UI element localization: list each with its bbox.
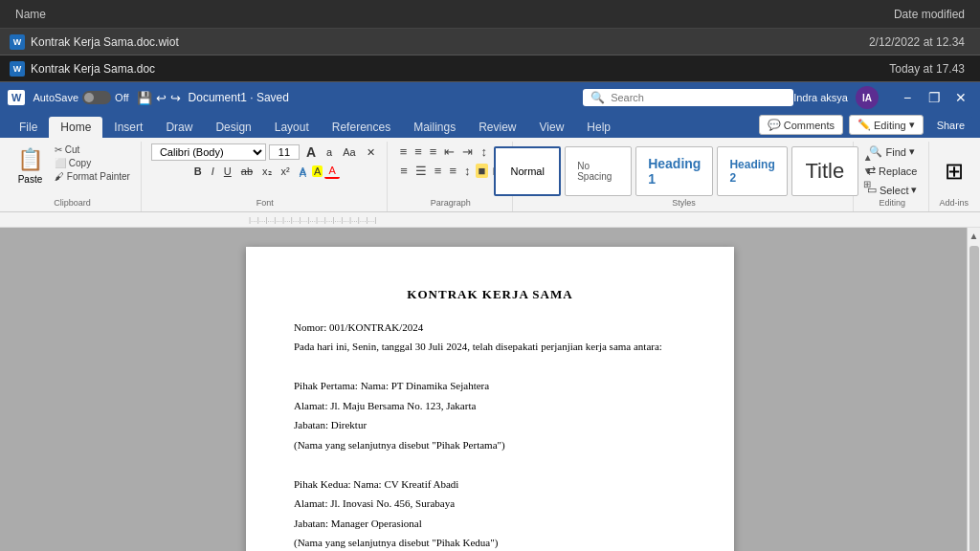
doc-line-0: Nomor: 001/KONTRAK/2024 (294, 320, 686, 336)
scroll-up-button[interactable]: ▲ (969, 228, 979, 244)
para-row2: ≡ ☰ ≡ ≡ ↕ ■ □ (397, 163, 503, 179)
copy-button[interactable]: ⬜ Copy (52, 157, 133, 169)
pencil-icon: ✏️ (858, 119, 871, 131)
doc-line-1: Pada hari ini, Senin, tanggal 30 Juli 20… (294, 339, 686, 355)
italic-button[interactable]: I (208, 165, 218, 178)
font-increase-button[interactable]: A (302, 143, 320, 161)
clipboard-label: Clipboard (54, 198, 91, 209)
shading-button[interactable]: ■ (476, 164, 489, 178)
multilevel-button[interactable]: ≡ (427, 143, 440, 160)
tab-mailings[interactable]: Mailings (402, 117, 467, 138)
tab-design[interactable]: Design (204, 117, 262, 138)
doc-line-4: Alamat: Jl. Maju Bersama No. 123, Jakart… (294, 398, 686, 414)
styles-group: Normal No Spacing Heading 1 Heading 2 Ti… (515, 142, 854, 211)
restore-button[interactable]: ❐ (923, 88, 946, 107)
font-case-button[interactable]: Aa (339, 145, 359, 159)
tab-home[interactable]: Home (49, 117, 102, 138)
vertical-scrollbar[interactable]: ▲ ▼ (967, 228, 980, 551)
tab-file[interactable]: File (8, 117, 49, 138)
strikethrough-button[interactable]: ab (237, 165, 256, 178)
font-decrease-button[interactable]: a (323, 145, 336, 159)
line-spacing-button[interactable]: ↕ (461, 163, 474, 179)
decrease-indent-button[interactable]: ⇤ (441, 143, 457, 160)
cut-button[interactable]: ✂ Cut (52, 143, 133, 156)
style-no-spacing[interactable]: No Spacing (565, 146, 632, 196)
search-input[interactable] (611, 92, 786, 103)
tab-review[interactable]: Review (467, 117, 527, 138)
close-button[interactable]: ✕ (949, 88, 972, 107)
font-group: Calibri (Body) A a Aa ✕ B I U ab x₂ x² A (144, 142, 388, 211)
date-column-header: Date modified (769, 8, 980, 21)
replace-button[interactable]: ⇄ Replace (863, 163, 921, 179)
style-heading1[interactable]: Heading 1 (635, 146, 713, 196)
undo-icon[interactable]: ↩ (156, 91, 167, 105)
clear-format-button[interactable]: ✕ (363, 145, 379, 160)
tab-references[interactable]: References (321, 117, 402, 138)
subscript-button[interactable]: x₂ (258, 165, 276, 179)
save-icon[interactable]: 💾 (137, 91, 152, 105)
text-effects-button[interactable]: A (296, 165, 310, 178)
align-right-button[interactable]: ≡ (432, 163, 445, 179)
autosave-area: AutoSave Off (33, 91, 128, 104)
scroll-thumb[interactable] (969, 246, 979, 551)
styles-content: Normal No Spacing Heading 1 Heading 2 Ti… (494, 143, 873, 198)
autosave-toggle[interactable] (82, 91, 111, 104)
font-label: Font (256, 198, 274, 209)
align-center-button[interactable]: ☰ (412, 163, 430, 179)
bullets-button[interactable]: ≡ (397, 143, 411, 160)
doc-line-9: Alamat: Jl. Inovasi No. 456, Surabaya (294, 496, 686, 512)
addins-button[interactable]: ⊞ (941, 154, 968, 188)
bold-button[interactable]: B (190, 165, 206, 178)
minimize-button[interactable]: − (896, 88, 919, 107)
font-content: Calibri (Body) A a Aa ✕ B I U ab x₂ x² A (151, 143, 379, 198)
search-bar[interactable]: 🔍 (583, 89, 793, 106)
word-icon-doc: W (10, 61, 25, 77)
editing-mode-button[interactable]: ✏️ Editing ▾ (849, 115, 924, 135)
file-row-doc[interactable]: W Kontrak Kerja Sama.doc Today at 17.43 (0, 55, 980, 82)
align-left-button[interactable]: ≡ (397, 163, 411, 179)
para-row1: ≡ ≡ ≡ ⇤ ⇥ ↕ ¶ (397, 143, 504, 160)
document-area[interactable]: KONTRAK KERJA SAMA Nomor: 001/KONTRAK/20… (0, 228, 980, 551)
chevron-down-icon: ▾ (909, 119, 915, 131)
find-button[interactable]: 🔍 Find ▾ (865, 143, 918, 160)
style-title[interactable]: Title (791, 146, 858, 196)
justify-button[interactable]: ≡ (446, 163, 459, 179)
find-icon: 🔍 (869, 145, 882, 158)
sort-button[interactable]: ↕ (478, 143, 490, 160)
editing-content: 🔍 Find ▾ ⇄ Replace ▭ Select ▾ (863, 143, 922, 198)
tab-insert[interactable]: Insert (102, 117, 154, 138)
comments-button[interactable]: 💬 Comments (759, 115, 843, 135)
style-heading2[interactable]: Heading 2 (717, 146, 787, 196)
tab-layout[interactable]: Layout (263, 117, 321, 138)
font-name-select[interactable]: Calibri (Body) (151, 143, 266, 161)
tab-draw[interactable]: Draw (154, 117, 204, 138)
font-color-button[interactable]: A (324, 164, 339, 179)
font-size-input[interactable] (269, 144, 300, 160)
word-application: W AutoSave Off 💾 ↩ ↪ Document1 · Saved 🔍… (0, 82, 980, 551)
name-column-header: Name (0, 8, 769, 21)
redo-icon[interactable]: ↪ (170, 91, 181, 105)
superscript-button[interactable]: x² (278, 165, 294, 178)
tab-help[interactable]: Help (575, 117, 622, 138)
format-painter-button[interactable]: 🖌 Format Painter (52, 170, 133, 183)
select-button[interactable]: ▭ Select ▾ (863, 182, 922, 198)
user-avatar[interactable]: IA (856, 86, 879, 109)
highlight-button[interactable]: A (312, 165, 323, 177)
underline-button[interactable]: U (220, 165, 235, 178)
autosave-label: AutoSave (33, 92, 78, 103)
user-name: Indra aksya (793, 92, 848, 103)
doc-line-8: Pihak Kedua: Nama: CV Kreatif Abadi (294, 476, 686, 493)
increase-indent-button[interactable]: ⇥ (459, 143, 476, 160)
paste-button[interactable]: 📋 Paste (11, 143, 49, 188)
doc-line-2 (294, 359, 686, 375)
share-button[interactable]: Share (929, 115, 972, 135)
addins-label: Add-ins (939, 198, 969, 209)
style-normal[interactable]: Normal (494, 146, 561, 196)
replace-icon: ⇄ (867, 165, 876, 177)
file-row-wiot[interactable]: W Kontrak Kerja Sama.doc.wiot 2/12/2022 … (0, 29, 980, 55)
numbering-button[interactable]: ≡ (412, 143, 425, 160)
font-row2: B I U ab x₂ x² A A A (190, 164, 340, 179)
tab-view[interactable]: View (528, 117, 576, 138)
addins-group: ⊞ Add-ins (931, 142, 976, 211)
document-page: KONTRAK KERJA SAMA Nomor: 001/KONTRAK/20… (246, 247, 734, 551)
